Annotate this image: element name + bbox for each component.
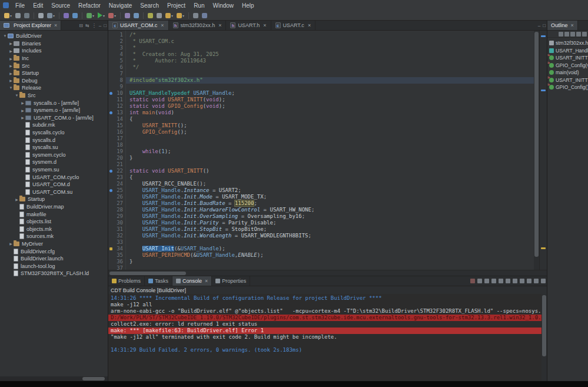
tree-item[interactable]: ▼Src xyxy=(0,92,108,100)
code-line[interactable]: USART_Handle.Init.Parity = Parity_Disabl… xyxy=(126,220,534,226)
tab-project-explorer[interactable]: Project Explorer × xyxy=(0,21,61,30)
tree-item[interactable]: USART_COM.su xyxy=(0,188,108,196)
build-all-button[interactable] xyxy=(37,11,45,20)
tree-item[interactable]: sysmem.cyclo xyxy=(0,151,108,159)
close-icon[interactable]: × xyxy=(263,22,266,28)
close-icon[interactable]: × xyxy=(54,22,57,28)
code-line[interactable] xyxy=(126,135,534,142)
forward-button[interactable]: ▾ xyxy=(175,11,185,20)
tree-item[interactable]: sysmem.d xyxy=(0,158,108,166)
tab-problems[interactable]: Problems xyxy=(108,276,145,286)
remove-all-launches-icon[interactable] xyxy=(483,276,490,286)
new-button[interactable]: ▾ xyxy=(3,11,13,20)
code-line[interactable]: USART_Handle.Init.OverSampling = Oversam… xyxy=(126,213,534,220)
console-vscrollbar[interactable] xyxy=(542,294,547,381)
outline-item[interactable]: USART_Handle xyxy=(547,47,588,55)
pin-console-icon[interactable] xyxy=(511,276,519,286)
code-line[interactable]: * Created on: Aug 31, 2025 xyxy=(126,51,534,58)
close-icon[interactable]: × xyxy=(218,22,221,28)
close-icon[interactable]: × xyxy=(205,278,208,284)
collapse-all-icon[interactable]: ⊟ xyxy=(78,23,84,28)
menu-search[interactable]: Search xyxy=(136,1,163,10)
code-line[interactable]: USART_Handle.Instance = USART2; xyxy=(126,187,534,194)
tree-item[interactable]: ▶syscalls.o - [arm/le] xyxy=(0,99,108,107)
tree-item[interactable]: makefile xyxy=(0,210,108,218)
tree-item[interactable]: BuildDriver.cfg xyxy=(0,247,108,255)
link-with-editor-icon[interactable]: ⇆ xyxy=(84,23,91,28)
display-selected-console-icon[interactable] xyxy=(519,276,526,286)
tree-item[interactable]: ▶Inc xyxy=(0,55,108,62)
tree-collapse-arrow-icon[interactable]: ▶ xyxy=(20,115,25,120)
code-line[interactable]: * xyxy=(126,45,534,51)
menu-help[interactable]: Help xyxy=(238,1,258,10)
run-button[interactable]: ▾ xyxy=(97,11,106,20)
menu-refactor[interactable]: Refactor xyxy=(74,1,105,10)
tab-tasks[interactable]: Tasks xyxy=(145,276,172,286)
tree-collapse-arrow-icon[interactable]: ▶ xyxy=(20,101,25,105)
tree-expand-arrow-icon[interactable]: ▼ xyxy=(2,34,8,38)
minimize-icon[interactable] xyxy=(533,276,540,286)
last-edit-location-button[interactable] xyxy=(155,11,163,20)
profile-button[interactable] xyxy=(124,11,131,20)
clear-console-icon[interactable] xyxy=(490,276,497,286)
tree-collapse-arrow-icon[interactable]: ▶ xyxy=(20,108,25,113)
tree-item[interactable]: launch-tool.log xyxy=(0,262,108,270)
scroll-lock-icon[interactable] xyxy=(497,276,504,286)
tree-item[interactable]: syscalls.d xyxy=(0,136,108,144)
sort-icon[interactable] xyxy=(564,32,569,37)
code-line[interactable]: * Author: 26119643 xyxy=(126,58,534,64)
code-line[interactable] xyxy=(126,71,534,77)
editor-vscroll-thumb[interactable] xyxy=(534,32,539,257)
code-line[interactable] xyxy=(126,142,534,148)
tree-collapse-arrow-icon[interactable]: ▶ xyxy=(8,64,14,68)
overview-ruler[interactable] xyxy=(539,31,547,270)
tree-collapse-arrow-icon[interactable]: ▶ xyxy=(8,242,14,246)
hide-fields-icon[interactable] xyxy=(570,32,575,37)
code-line[interactable]: USART_Init(&USART_Handle); xyxy=(126,246,534,252)
outline-item[interactable]: USART_INITT(void) xyxy=(547,54,588,62)
tree-collapse-arrow-icon[interactable]: ▶ xyxy=(8,78,14,82)
close-icon[interactable]: × xyxy=(308,22,311,28)
close-icon[interactable]: × xyxy=(161,22,164,28)
tab-properties[interactable]: Properties xyxy=(212,276,250,286)
code-line[interactable]: USART_INITT(); xyxy=(126,123,534,129)
code-line[interactable]: } xyxy=(126,155,534,161)
code-content[interactable]: /* * USART_COM.c * * Created on: Aug 31,… xyxy=(126,31,534,270)
code-line[interactable]: USART2_RCC_ENABLE(); xyxy=(126,181,534,187)
open-perspective-button[interactable] xyxy=(201,11,208,20)
code-line[interactable] xyxy=(126,265,534,270)
menu-project[interactable]: Project xyxy=(163,1,190,10)
code-line[interactable]: */ xyxy=(126,64,534,71)
explorer-hscrollbar[interactable] xyxy=(0,376,108,381)
open-console-icon[interactable] xyxy=(526,276,533,286)
tree-collapse-arrow-icon[interactable]: ▶ xyxy=(8,71,14,75)
maximize-icon[interactable]: □ xyxy=(102,23,108,28)
code-line[interactable]: * USART_COM.c xyxy=(126,38,534,45)
menu-source[interactable]: Source xyxy=(47,1,74,10)
search-button[interactable] xyxy=(132,11,140,20)
code-line[interactable] xyxy=(126,84,534,90)
tree-item[interactable]: ▶MyDriver xyxy=(0,240,108,248)
debug-button[interactable]: ▾ xyxy=(85,11,95,20)
menu-window[interactable]: Window xyxy=(208,1,238,10)
tree-item[interactable]: objects.list xyxy=(0,218,108,226)
outline-list[interactable]: stm32f302xx.hUSART_HandleUSART_INITT(voi… xyxy=(547,38,588,91)
tree-item[interactable]: USART_COM.d xyxy=(0,181,108,188)
code-line[interactable]: #include"stm32f302xx.h" xyxy=(126,77,534,84)
tree-collapse-arrow-icon[interactable]: ▶ xyxy=(8,41,14,45)
toggle-mark-occurrences-button[interactable] xyxy=(147,11,154,20)
editor-tab-usart.h[interactable]: hUSART.h× xyxy=(226,21,271,30)
code-line[interactable]: static void GPIO_Config(void); xyxy=(126,103,534,110)
close-icon[interactable]: × xyxy=(571,22,574,28)
view-menu-icon[interactable] xyxy=(582,32,587,37)
tree-item[interactable]: ▶sysmem.o - [arm/le] xyxy=(0,107,108,114)
tree-item[interactable]: sysmem.su xyxy=(0,166,108,174)
outline-item[interactable]: USART_INITT() xyxy=(547,77,588,84)
code-line[interactable]: USART_Handle.Init.WordLength = USART_WOR… xyxy=(126,233,534,239)
tree-item[interactable]: syscalls.cyclo xyxy=(0,129,108,137)
back-button[interactable]: ▾ xyxy=(164,11,174,20)
code-line[interactable]: USART_Handle.Init.BaudRate = 115200; xyxy=(126,200,534,207)
hide-static-icon[interactable] xyxy=(576,32,581,37)
save-button[interactable] xyxy=(14,11,22,20)
tree-item[interactable]: ▶Includes xyxy=(0,47,108,55)
